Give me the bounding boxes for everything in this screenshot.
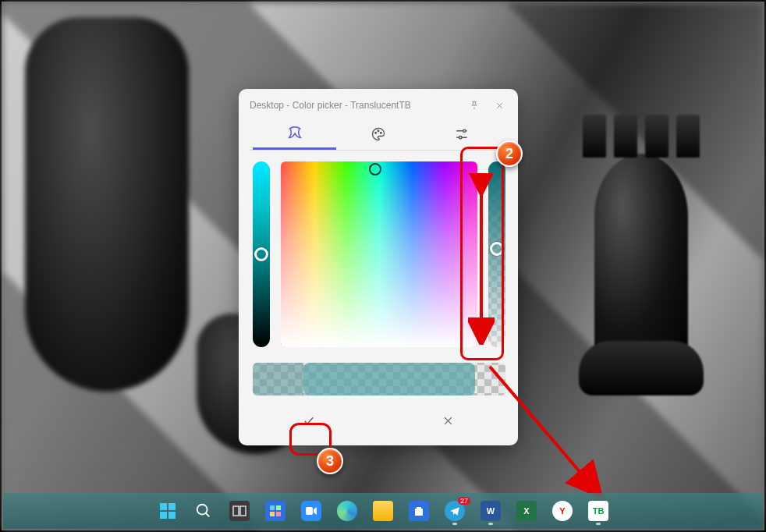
- taskbar-excel[interactable]: X: [511, 495, 542, 527]
- picker-area: [239, 151, 518, 356]
- tab-settings[interactable]: [420, 119, 504, 150]
- sv-cursor[interactable]: [369, 163, 381, 176]
- check-icon: [302, 413, 316, 427]
- svg-point-2: [380, 133, 381, 134]
- window-title: Desktop - Color picker - TranslucentTB: [250, 100, 411, 111]
- hue-slider[interactable]: [253, 161, 270, 347]
- svg-rect-14: [270, 505, 275, 510]
- taskbar-edge[interactable]: [332, 495, 363, 527]
- hue-slider-thumb[interactable]: [254, 247, 268, 261]
- svg-point-3: [463, 129, 466, 132]
- taskbar-word[interactable]: W: [475, 495, 506, 527]
- svg-point-0: [375, 133, 377, 134]
- tab-picker[interactable]: [253, 119, 336, 150]
- color-preview: [253, 363, 505, 395]
- x-icon: [442, 415, 454, 427]
- chess-piece-blur: [25, 17, 189, 392]
- svg-rect-16: [270, 512, 275, 516]
- zoom-icon: [301, 501, 321, 521]
- svg-point-4: [459, 137, 462, 139]
- svg-rect-9: [160, 512, 167, 519]
- task-view-icon: [229, 501, 250, 521]
- svg-rect-7: [160, 503, 167, 510]
- windows-icon: [158, 502, 177, 520]
- taskbar-task-view[interactable]: [224, 495, 255, 527]
- svg-rect-17: [276, 512, 281, 516]
- translucenttb-icon: TB: [588, 501, 608, 521]
- badge-count: 27: [458, 497, 470, 505]
- palette-icon: [371, 126, 386, 142]
- taskbar-widgets[interactable]: [260, 495, 291, 527]
- excel-icon: X: [516, 501, 537, 521]
- folder-icon: [373, 501, 393, 521]
- svg-rect-15: [276, 505, 281, 510]
- store-icon: [409, 501, 429, 521]
- new-color-swatch: [303, 363, 475, 395]
- edge-icon: [337, 501, 357, 521]
- alpha-slider-thumb[interactable]: [490, 242, 504, 256]
- screen: Desktop - Color picker - TranslucentTB: [0, 0, 766, 532]
- taskbar-search[interactable]: [188, 495, 219, 527]
- svg-rect-10: [168, 512, 176, 519]
- alpha-slider[interactable]: [488, 161, 505, 347]
- svg-rect-12: [233, 506, 239, 516]
- taskbar-yandex[interactable]: Y: [547, 495, 578, 527]
- annotation-badge-2: 2: [496, 140, 523, 167]
- word-icon: W: [481, 501, 501, 521]
- svg-rect-13: [240, 506, 246, 516]
- svg-rect-18: [306, 507, 313, 515]
- chess-rook: [575, 107, 707, 395]
- titlebar[interactable]: Desktop - Color picker - TranslucentTB: [239, 89, 518, 119]
- color-picker-dialog: Desktop - Color picker - TranslucentTB: [239, 89, 518, 445]
- close-icon[interactable]: [488, 97, 510, 114]
- sliders-icon: [454, 126, 470, 142]
- yandex-icon: Y: [552, 501, 573, 521]
- taskbar-translucenttb[interactable]: TB: [583, 495, 614, 527]
- old-color-swatch: [253, 363, 303, 395]
- search-icon: [195, 502, 212, 520]
- svg-rect-8: [168, 503, 176, 510]
- taskbar-store[interactable]: [403, 495, 434, 527]
- widgets-icon: [265, 501, 285, 521]
- brush-icon: [286, 125, 303, 142]
- cancel-button[interactable]: [378, 405, 518, 436]
- svg-point-11: [197, 505, 207, 515]
- taskbar-telegram[interactable]: 27: [439, 495, 470, 527]
- tab-palette[interactable]: [336, 119, 420, 150]
- dialog-actions: [239, 405, 518, 436]
- svg-point-1: [378, 130, 379, 132]
- annotation-badge-3: 3: [317, 448, 343, 474]
- taskbar-file-explorer[interactable]: [367, 495, 399, 527]
- pin-icon[interactable]: [463, 97, 485, 114]
- ok-button[interactable]: [239, 405, 378, 436]
- taskbar-zoom[interactable]: [296, 495, 327, 527]
- taskbar: 27 W X Y TB: [3, 493, 763, 529]
- taskbar-start[interactable]: [152, 495, 183, 527]
- saturation-value-box[interactable]: [281, 161, 477, 347]
- tab-strip: [239, 119, 518, 150]
